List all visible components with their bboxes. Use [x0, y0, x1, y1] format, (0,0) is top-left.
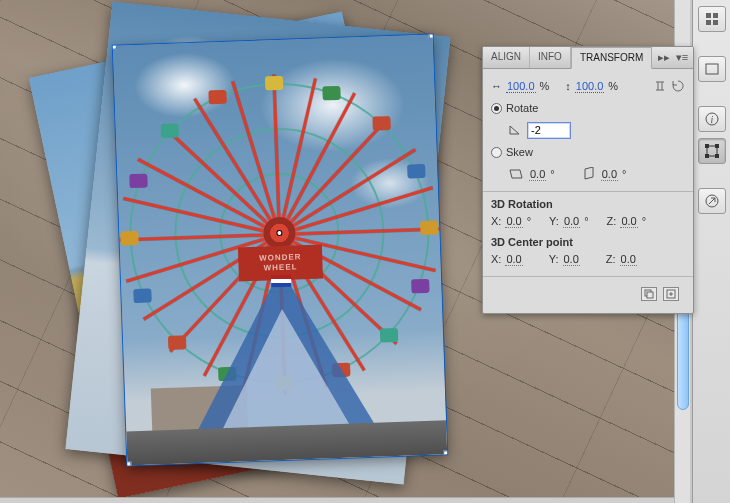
tab-align[interactable]: ALIGN — [483, 47, 530, 68]
svg-rect-3 — [706, 13, 711, 18]
ferris-car — [420, 221, 438, 236]
percent-label: % — [540, 80, 550, 92]
ferris-car — [265, 76, 283, 91]
percent-label-2: % — [608, 80, 618, 92]
rot3d-x-label: X: — [491, 215, 501, 227]
constrain-proportions-icon[interactable] — [653, 79, 667, 93]
rot3d-y-label: Y: — [549, 215, 559, 227]
sign-line-1: WONDER — [259, 253, 302, 263]
ferris-car — [372, 116, 390, 131]
scale-width-value[interactable]: 100.0 — [506, 80, 536, 93]
angle-icon — [509, 124, 523, 136]
canvas-bottom-edge — [0, 497, 680, 503]
rail-share-icon[interactable] — [698, 188, 726, 214]
svg-rect-4 — [713, 13, 718, 18]
rotation3d-title: 3D Rotation — [491, 198, 685, 210]
svg-rect-11 — [705, 144, 709, 148]
rot3d-z-label: Z: — [607, 215, 617, 227]
rot3d-y-value[interactable]: 0.0 — [563, 215, 580, 228]
skew-h-icon — [509, 168, 525, 180]
c3d-x-value[interactable]: 0.0 — [505, 253, 522, 266]
svg-rect-14 — [715, 154, 719, 158]
svg-rect-1 — [647, 292, 653, 298]
tab-transform[interactable]: TRANSFORM — [571, 47, 652, 69]
rotate-label: Rotate — [506, 102, 538, 114]
rotate-input[interactable] — [527, 122, 571, 139]
rot3d-x-value[interactable]: 0.0 — [505, 215, 522, 228]
rail-grid-icon[interactable] — [698, 6, 726, 32]
ferris-car — [130, 173, 148, 188]
ferris-car — [407, 164, 425, 179]
c3d-z-label: Z: — [606, 253, 616, 265]
right-tool-rail: i — [692, 0, 730, 503]
ferris-car — [380, 328, 398, 343]
ferris-car — [168, 336, 186, 351]
skew-radio[interactable] — [491, 147, 502, 158]
rotate-radio[interactable] — [491, 103, 502, 114]
rot3d-z-value[interactable]: 0.0 — [620, 215, 637, 228]
skew-h-value[interactable]: 0.0 — [529, 168, 546, 181]
center3d-title: 3D Center point — [491, 236, 685, 248]
skew-v-deg: ° — [622, 168, 626, 180]
transform-panel: ALIGN INFO TRANSFORM ▸▸ ▾≡ ↔ 100.0 % ↕ 1… — [482, 46, 694, 314]
c3d-x-label: X: — [491, 253, 501, 265]
ferris-car — [208, 89, 226, 104]
c3d-z-value[interactable]: 0.0 — [620, 253, 637, 266]
collapse-left-icon[interactable]: ▸▸ — [657, 51, 671, 64]
reset-icon[interactable] — [671, 79, 685, 93]
rail-rect-icon[interactable] — [698, 56, 726, 82]
sign-line-2: WHEEL — [264, 263, 298, 273]
us-flag — [271, 275, 291, 288]
photo-layer-front-selected[interactable]: WONDER WHEEL XXXXXXXXXXXXXXXXXXXXXXXXXXX… — [113, 35, 447, 466]
rail-transform-icon[interactable] — [698, 138, 726, 164]
ferris-car — [411, 278, 429, 293]
panel-menu-icon[interactable]: ▾≡ — [675, 51, 689, 64]
rail-info-icon[interactable]: i — [698, 106, 726, 132]
c3d-y-value[interactable]: 0.0 — [563, 253, 580, 266]
copy-transform-icon[interactable] — [641, 287, 657, 301]
svg-rect-6 — [713, 20, 718, 25]
scale-width-icon: ↔ — [491, 80, 502, 92]
svg-rect-12 — [715, 144, 719, 148]
tab-info[interactable]: INFO — [530, 47, 571, 68]
svg-rect-5 — [706, 20, 711, 25]
skew-h-deg: ° — [550, 168, 554, 180]
paste-transform-icon[interactable] — [663, 287, 679, 301]
ferris-car — [323, 85, 341, 100]
skew-v-value[interactable]: 0.0 — [601, 168, 618, 181]
skew-v-icon — [583, 167, 597, 181]
skew-label: Skew — [506, 146, 533, 158]
scale-height-icon: ↕ — [565, 80, 571, 92]
ferris-car — [134, 288, 152, 303]
ferris-car — [120, 231, 138, 246]
svg-text:i: i — [710, 114, 713, 125]
scale-height-value[interactable]: 100.0 — [575, 80, 605, 93]
c3d-y-label: Y: — [549, 253, 559, 265]
svg-rect-7 — [706, 64, 718, 74]
ferris-car — [160, 124, 178, 139]
svg-rect-13 — [705, 154, 709, 158]
